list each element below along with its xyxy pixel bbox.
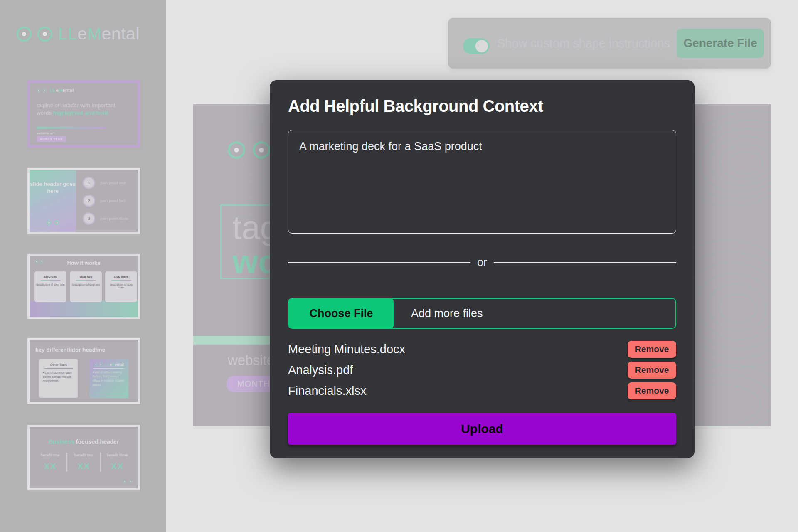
modal-title: Add Helpful Background Context	[288, 97, 676, 116]
remove-file-button[interactable]: Remove	[628, 362, 676, 379]
background-context-modal: Add Helpful Background Context A marketi…	[270, 80, 695, 458]
or-divider: or	[288, 256, 676, 269]
upload-button[interactable]: Upload	[288, 413, 676, 445]
remove-file-button[interactable]: Remove	[628, 382, 676, 399]
file-row: Financials.xlsx Remove	[288, 380, 676, 401]
add-more-files-label[interactable]: Add more files	[411, 299, 483, 328]
file-row: Analysis.pdf Remove	[288, 360, 676, 380]
remove-file-button[interactable]: Remove	[628, 341, 676, 358]
choose-file-button[interactable]: Choose File	[289, 299, 394, 328]
context-input[interactable]: A marketing deck for a SaaS product	[288, 130, 676, 234]
divider-line	[494, 262, 676, 263]
file-list: Meeting Minutes.docx Remove Analysis.pdf…	[288, 339, 676, 401]
file-name: Financials.xlsx	[288, 384, 367, 398]
file-picker: Choose File Add more files	[288, 298, 676, 329]
divider-line	[288, 262, 470, 263]
file-name: Analysis.pdf	[288, 363, 353, 377]
file-name: Meeting Minutes.docx	[288, 342, 405, 356]
file-row: Meeting Minutes.docx Remove	[288, 339, 676, 360]
or-label: or	[477, 256, 487, 269]
